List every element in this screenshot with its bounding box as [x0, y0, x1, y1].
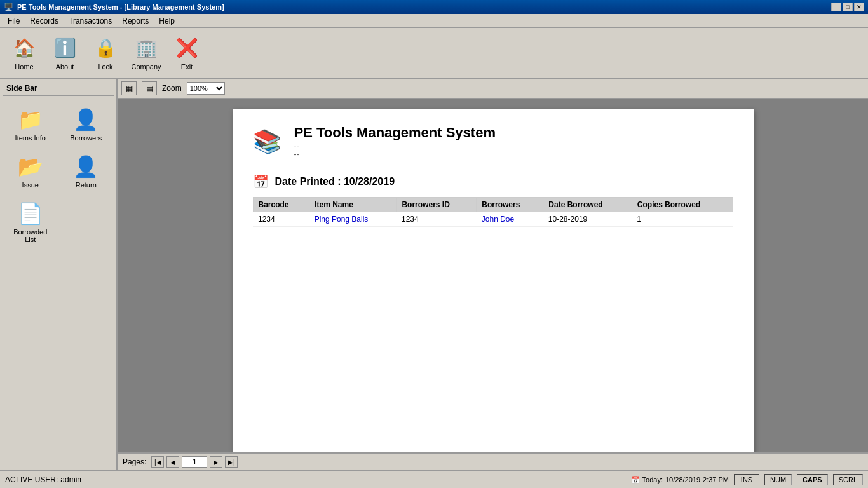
col-barcode: Barcode [253, 198, 309, 212]
minimize-button[interactable]: _ [831, 3, 841, 11]
home-button[interactable]: 🏠 Home [5, 30, 43, 75]
table-header: Barcode Item Name Borrowers ID Borrowers… [253, 198, 733, 212]
col-item-name: Item Name [309, 198, 397, 212]
return-icon: 👤 [73, 154, 98, 179]
cell-item-name: Ping Pong Balls [309, 212, 397, 227]
sidebar-item-return[interactable]: 👤 Return [61, 151, 112, 193]
report-toolbar: ▦ ▤ Zoom 50% 75% 100% 125% 150% [118, 79, 868, 99]
menu-help[interactable]: Help [154, 15, 180, 27]
col-date-borrowed: Date Borrowed [543, 198, 632, 212]
menu-reports[interactable]: Reports [117, 15, 154, 27]
status-bar: ACTIVE USER: admin 📅 Today: 10/28/2019 2… [0, 470, 868, 488]
sidebar-item-items-info[interactable]: 📁 Items Info [5, 104, 56, 146]
content-area: ▦ ▤ Zoom 50% 75% 100% 125% 150% 📚 PE Too… [118, 79, 868, 470]
menu-bar: File Records Transactions Reports Help [0, 14, 868, 28]
date-printed-label: Date Printed : 10/28/2019 [275, 176, 395, 187]
page-number-input[interactable] [182, 456, 207, 468]
table-row: 1234 Ping Pong Balls 1234 John Doe 10-28… [253, 212, 733, 227]
calendar-icon: 📅 [253, 174, 269, 189]
toolbar: 🏠 Home ℹ️ About 🔒 Lock 🏢 Company ❌ Exit [0, 28, 868, 79]
window-controls[interactable]: _ □ ✕ [831, 3, 864, 11]
next-page-button[interactable]: ▶ [210, 456, 222, 468]
status-right: 📅 Today: 10/28/2019 2:37 PM INS NUM CAPS… [631, 474, 863, 485]
return-label: Return [76, 181, 97, 189]
sidebar-item-issue[interactable]: 📂 Issue [5, 151, 56, 193]
report-page: 📚 PE Tools Management System -- -- 📅 Dat… [233, 109, 754, 452]
window-title: PE Tools Management System - [Library Ma… [17, 3, 224, 11]
table-body: 1234 Ping Pong Balls 1234 John Doe 10-28… [253, 212, 733, 227]
close-button[interactable]: ✕ [854, 3, 864, 11]
sidebar: Side Bar 📁 Items Info 👤 Borrowers 📂 Issu… [0, 79, 118, 470]
first-page-button[interactable]: |◀ [151, 456, 164, 468]
col-copies-borrowed: Copies Borrowed [632, 198, 733, 212]
about-button[interactable]: ℹ️ About [46, 30, 84, 75]
borrowers-icon: 👤 [73, 107, 98, 132]
report-header: 📚 PE Tools Management System -- -- [253, 125, 733, 164]
exit-icon: ❌ [174, 35, 200, 60]
report-title-block: PE Tools Management System -- -- [294, 125, 496, 159]
cell-borrowers: John Doe [477, 212, 543, 227]
active-user-label: ACTIVE USER: [5, 475, 58, 484]
report-subtitle2: -- [294, 150, 496, 159]
restore-button[interactable]: □ [843, 3, 853, 11]
company-icon: 🏢 [133, 35, 159, 60]
borrowed-list-label: Borrowded List [8, 228, 53, 243]
cell-copies-borrowed: 1 [632, 212, 733, 227]
menu-records[interactable]: Records [25, 15, 64, 27]
home-icon: 🏠 [11, 35, 37, 60]
prev-page-button[interactable]: ◀ [166, 456, 179, 468]
pages-label: Pages: [123, 458, 146, 466]
num-indicator: NUM [764, 474, 792, 485]
borrowers-label: Borrowers [70, 134, 102, 142]
status-clock: 📅 Today: 10/28/2019 2:37 PM [631, 476, 729, 484]
lock-icon: 🔒 [93, 35, 118, 60]
status-time: 2:37 PM [703, 476, 729, 484]
calendar-status-icon: 📅 [631, 476, 640, 484]
cell-borrowers-id: 1234 [397, 212, 477, 227]
about-icon: ℹ️ [52, 35, 78, 60]
menu-file[interactable]: File [3, 15, 25, 27]
status-date: 10/28/2019 [665, 476, 700, 484]
today-label: Today: [642, 476, 663, 484]
main-layout: Side Bar 📁 Items Info 👤 Borrowers 📂 Issu… [0, 79, 868, 470]
items-info-icon: 📁 [18, 107, 43, 132]
report-table: Barcode Item Name Borrowers ID Borrowers… [253, 197, 733, 227]
caps-indicator: CAPS [797, 474, 828, 485]
cell-barcode: 1234 [253, 212, 309, 227]
issue-icon: 📂 [18, 154, 43, 179]
title-bar: 🖥️ PE Tools Management System - [Library… [0, 0, 868, 14]
sidebar-title: Side Bar [3, 81, 114, 96]
sidebar-item-borrowers[interactable]: 👤 Borrowers [61, 104, 112, 146]
report-title: PE Tools Management System [294, 125, 496, 141]
col-borrowers-id: Borrowers ID [397, 198, 477, 212]
scrl-indicator: SCRL [833, 474, 863, 485]
app-icon: 🖥️ [4, 3, 13, 11]
company-label: Company [131, 63, 161, 71]
cell-date-borrowed: 10-28-2019 [543, 212, 632, 227]
page-navigation: Pages: |◀ ◀ ▶ ▶| [118, 452, 868, 470]
report-page-wrapper[interactable]: 📚 PE Tools Management System -- -- 📅 Dat… [118, 99, 868, 452]
date-printed-row: 📅 Date Printed : 10/28/2019 [253, 174, 733, 189]
about-label: About [56, 63, 74, 71]
borrowed-list-icon: 📄 [18, 201, 43, 226]
report-grid-btn[interactable]: ▦ [121, 81, 137, 95]
lock-button[interactable]: 🔒 Lock [86, 30, 125, 75]
sidebar-item-borrowed-list[interactable]: 📄 Borrowded List [5, 198, 56, 247]
items-info-label: Items Info [15, 134, 46, 142]
active-user-value: admin [60, 475, 81, 484]
exit-label: Exit [181, 63, 193, 71]
zoom-select[interactable]: 50% 75% 100% 125% 150% [187, 82, 225, 95]
last-page-button[interactable]: ▶| [225, 456, 238, 468]
exit-button[interactable]: ❌ Exit [168, 30, 206, 75]
issue-label: Issue [22, 181, 39, 189]
report-subtitle1: -- [294, 141, 496, 150]
sidebar-icons: 📁 Items Info 👤 Borrowers 📂 Issue 👤 Retur… [3, 101, 114, 250]
menu-transactions[interactable]: Transactions [64, 15, 117, 27]
ins-indicator: INS [734, 474, 759, 485]
col-borrowers: Borrowers [477, 198, 543, 212]
zoom-label: Zoom [162, 84, 182, 93]
report-logo-icon: 📚 [253, 128, 281, 155]
company-button[interactable]: 🏢 Company [127, 30, 165, 75]
report-table-btn[interactable]: ▤ [142, 81, 157, 95]
status-left: ACTIVE USER: admin [5, 475, 81, 484]
